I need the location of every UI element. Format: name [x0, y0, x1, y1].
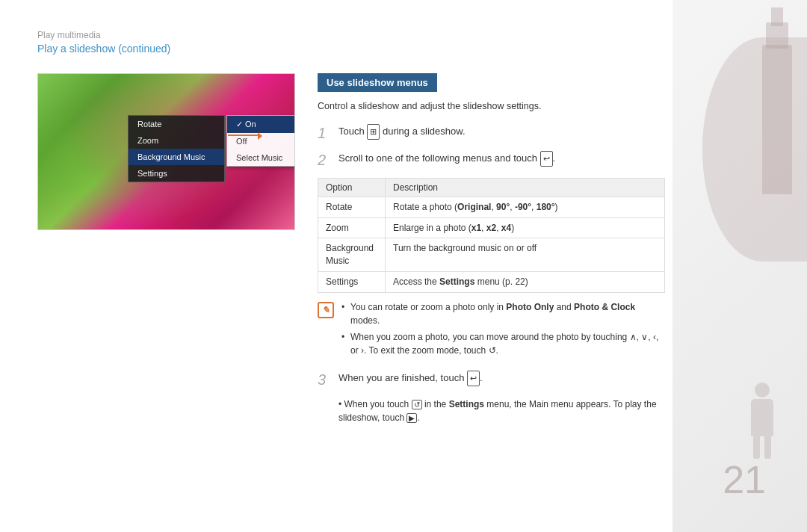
right-decoration: 21	[672, 0, 807, 532]
step-1: 1 Touch ⊞ during a slideshow.	[318, 124, 665, 142]
note-item-2: When you zoom a photo, you can move arou…	[341, 330, 665, 357]
table-cell-option-zoom: Zoom	[318, 217, 386, 238]
table-cell-desc-settings: Access the Settings menu (p. 22)	[386, 271, 665, 292]
person-legs	[751, 436, 773, 459]
menu-item-rotate: Rotate	[129, 116, 224, 132]
table-header-description: Description	[386, 178, 665, 197]
screenshot-background: Rotate Zoom Background Music Settings On…	[38, 74, 294, 229]
options-table: Option Description Rotate Rotate a photo…	[318, 178, 665, 293]
breadcrumb-current: Play a slideshow (continued)	[37, 43, 665, 55]
menu-item-settings: Settings	[129, 165, 224, 182]
step-2: 2 Scroll to one of the following menus a…	[318, 151, 665, 169]
note-box: ✎ You can rotate or zoom a photo only in…	[318, 300, 665, 360]
step-2-text: Scroll to one of the following menus and…	[338, 151, 555, 167]
step-3: 3 When you are finished, touch ↩.	[318, 371, 665, 389]
content-area: Play multimedia Play a slideshow (contin…	[37, 30, 665, 424]
section-title: Use slideshow menus	[318, 73, 437, 92]
return-icon-small: ↺	[412, 400, 422, 409]
screenshot-container: Rotate Zoom Background Music Settings On…	[37, 73, 295, 230]
return-icon: ↩	[540, 151, 553, 167]
person-leg-left	[753, 436, 760, 459]
menu-connector	[228, 134, 258, 136]
context-menu: Rotate Zoom Background Music Settings	[128, 115, 225, 182]
breadcrumb-parent: Play multimedia	[37, 30, 665, 40]
table-cell-option-rotate: Rotate	[318, 197, 386, 217]
table-row: Zoom Enlarge in a photo (x1, x2, x4)	[318, 217, 665, 238]
menu-item-zoom: Zoom	[129, 132, 224, 149]
table-row: Rotate Rotate a photo (Original, 90°, -9…	[318, 197, 665, 217]
step-3-text: When you are finished, touch ↩.	[338, 371, 483, 386]
table-header-option: Option	[318, 178, 386, 197]
table-row: Background Music Turn the background mus…	[318, 238, 665, 272]
person-silhouette	[740, 383, 785, 457]
section-description: Control a slideshow and adjust the slide…	[318, 99, 665, 114]
table-cell-option-bgmusic: Background Music	[318, 238, 386, 272]
return-icon-2: ↩	[467, 371, 480, 386]
step-2-number: 2	[318, 151, 333, 169]
right-column: Use slideshow menus Control a slideshow …	[318, 73, 665, 424]
submenu-item-select-music: Select Music	[227, 149, 294, 166]
submenu-item-on: On	[227, 116, 294, 133]
table-cell-desc-rotate: Rotate a photo (Original, 90°, -90°, 180…	[386, 197, 665, 217]
person-body	[751, 399, 773, 436]
table-row: Settings Access the Settings menu (p. 22…	[318, 271, 665, 292]
play-icon: ▶	[406, 413, 417, 423]
table-cell-desc-zoom: Enlarge in a photo (x1, x2, x4)	[386, 217, 665, 238]
submenu: On Off Select Music	[226, 115, 294, 167]
page-container: 21 Play multimedia Play a slideshow (con…	[0, 0, 807, 532]
menu-item-background-music: Background Music	[129, 149, 224, 165]
note-item-1: You can rotate or zoom a photo only in P…	[341, 300, 665, 327]
step-1-number: 1	[318, 124, 333, 142]
tower-silhouette	[762, 45, 792, 194]
table-cell-desc-bgmusic: Turn the background music on or off	[386, 238, 665, 272]
table-cell-option-settings: Settings	[318, 271, 386, 292]
left-column: Rotate Zoom Background Music Settings On…	[37, 73, 295, 230]
grid-icon: ⊞	[367, 124, 380, 140]
step-1-text: Touch ⊞ during a slideshow.	[338, 124, 466, 140]
note-icon: ✎	[318, 302, 334, 318]
person-head	[755, 383, 770, 398]
step-3-note: • When you touch ↺ in the Settings menu,…	[318, 398, 665, 424]
breadcrumb: Play multimedia Play a slideshow (contin…	[37, 30, 665, 55]
page-number: 21	[723, 457, 766, 502]
note-content: You can rotate or zoom a photo only in P…	[341, 300, 665, 360]
step-3-number: 3	[318, 371, 333, 389]
person-leg-right	[764, 436, 771, 459]
two-column-layout: Rotate Zoom Background Music Settings On…	[37, 73, 665, 424]
